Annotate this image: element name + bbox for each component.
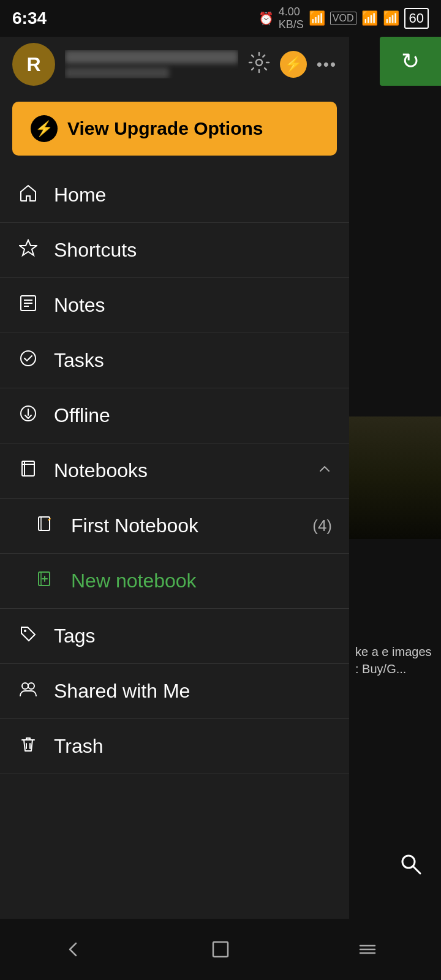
status-bar: 6:34 ⏰ 4.00KB/S 📶 VOD 📶 📶 60 [0, 0, 441, 37]
svg-rect-22 [213, 942, 228, 957]
vod-badge: VOD [330, 12, 356, 25]
nav-label-tags: Tags [54, 625, 332, 647]
svg-point-8 [21, 351, 36, 366]
nav-label-new-notebook: New notebook [71, 570, 332, 592]
nav-item-trash[interactable]: Trash [0, 719, 349, 774]
notebook-count: (4) [312, 516, 332, 535]
nav-item-offline[interactable]: Offline [0, 388, 349, 443]
battery-icon: 60 [404, 8, 429, 29]
notebook-icon [17, 459, 39, 482]
star-icon [17, 239, 39, 262]
settings-button[interactable] [248, 51, 270, 78]
nav-label-notebooks: Notebooks [54, 459, 303, 482]
signal-icon-2: 📶 [383, 10, 399, 26]
right-panel-text: ke a e images : Buy/G... [349, 637, 441, 684]
upgrade-bolt-icon: ⚡ [31, 115, 58, 142]
svg-point-2 [256, 59, 262, 66]
green-badge: ↻ [380, 37, 441, 86]
nav-item-notes[interactable]: Notes [0, 278, 349, 333]
home-button[interactable] [202, 931, 239, 968]
svg-point-18 [22, 683, 28, 689]
nav-list: Home Shortcuts Notes [0, 168, 349, 980]
nav-item-home[interactable]: Home [0, 168, 349, 223]
nav-label-tasks: Tasks [54, 349, 332, 372]
svg-point-19 [28, 683, 34, 689]
nav-label-shared: Shared with Me [54, 680, 332, 703]
user-info [65, 50, 238, 78]
wifi-icon: 📶 [309, 10, 325, 26]
tasks-icon [17, 349, 39, 372]
nav-item-shortcuts[interactable]: Shortcuts [0, 223, 349, 278]
refresh-icon: ↻ [401, 48, 420, 74]
bottom-navigation [0, 919, 441, 980]
notes-icon [17, 294, 39, 317]
upgrade-button[interactable]: ⚡ View Upgrade Options [12, 102, 337, 156]
nav-item-tags[interactable]: Tags [0, 609, 349, 664]
premium-button[interactable]: ⚡ [280, 51, 307, 78]
user-subscription [65, 67, 169, 78]
nav-item-tasks[interactable]: Tasks [0, 333, 349, 388]
nav-label-offline: Offline [54, 404, 332, 427]
dots-icon: ••• [317, 55, 337, 74]
nav-label-notes: Notes [54, 294, 332, 317]
tag-icon [17, 625, 39, 647]
nav-label-first-notebook: First Notebook [71, 514, 293, 537]
bolt-icon: ⚡ [284, 56, 303, 73]
thumbnail-image [349, 417, 441, 539]
search-button[interactable] [392, 845, 429, 882]
offline-icon [17, 404, 39, 427]
status-icons: ⏰ 4.00KB/S 📶 VOD 📶 📶 60 [258, 6, 429, 31]
nav-item-first-notebook[interactable]: First Notebook (4) [0, 499, 349, 554]
upgrade-button-label: View Upgrade Options [67, 118, 263, 139]
data-speed: 4.00KB/S [279, 6, 304, 31]
svg-rect-14 [41, 517, 50, 530]
chevron-up-icon [317, 461, 332, 481]
nav-label-home: Home [54, 184, 332, 206]
nav-item-notebooks[interactable]: Notebooks [0, 443, 349, 499]
nav-item-new-notebook[interactable]: New notebook [0, 554, 349, 609]
menu-button[interactable] [349, 931, 386, 968]
header-actions: ⚡ ••• [248, 51, 337, 78]
nav-item-shared[interactable]: Shared with Me [0, 664, 349, 719]
home-icon [17, 184, 39, 206]
svg-marker-3 [20, 240, 37, 255]
user-email [65, 50, 238, 64]
avatar[interactable]: R [12, 43, 55, 86]
svg-line-1 [413, 866, 420, 873]
shared-icon [17, 680, 39, 703]
nav-label-shortcuts: Shortcuts [54, 239, 332, 262]
new-notebook-icon [34, 570, 56, 592]
more-options-button[interactable]: ••• [317, 55, 337, 74]
svg-rect-13 [39, 517, 50, 530]
alarm-icon: ⏰ [258, 11, 274, 26]
status-time: 6:34 [12, 9, 47, 28]
signal-icon-1: 📶 [361, 10, 378, 26]
navigation-drawer: R ⚡ ••• ⚡ View Upgrade Options [0, 0, 349, 980]
svg-point-17 [24, 630, 26, 632]
nav-label-trash: Trash [54, 735, 332, 758]
first-notebook-icon [34, 515, 56, 537]
trash-icon [17, 735, 39, 758]
back-button[interactable] [55, 931, 92, 968]
right-panel: ↻ ke a e images : Buy/G... [349, 0, 441, 980]
